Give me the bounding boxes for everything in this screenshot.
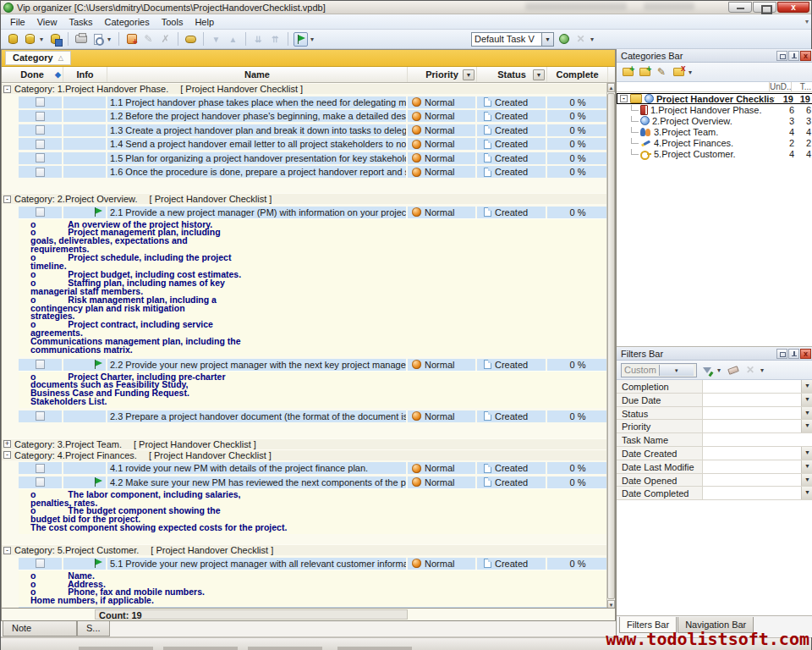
column-header-complete[interactable]: Complete: [547, 67, 608, 82]
dropdown-icon[interactable]: ▼: [801, 420, 812, 432]
new-category-icon[interactable]: [621, 66, 634, 79]
menu-file[interactable]: File: [4, 15, 31, 29]
filter-value-field[interactable]: [703, 447, 801, 460]
collapse-icon[interactable]: -: [3, 196, 11, 203]
close-panel-button[interactable]: x: [800, 51, 811, 61]
task-done-checkbox[interactable]: [36, 112, 45, 121]
menu-tasks[interactable]: Tasks: [63, 15, 98, 29]
clear-view-icon[interactable]: ✕: [573, 32, 588, 47]
new-task-icon[interactable]: [124, 32, 139, 47]
filter-value-field[interactable]: [703, 487, 801, 499]
category-group-row[interactable]: -Category: 2.Project Overview.[ Project …: [2, 193, 608, 204]
print-preview-icon[interactable]: [91, 32, 105, 47]
collapse-icon[interactable]: -: [3, 547, 11, 554]
clear-filter-icon[interactable]: [727, 364, 740, 377]
filter-value-field[interactable]: [703, 407, 801, 420]
filter-preset-combo[interactable]: Custom ▼: [621, 363, 697, 377]
category-tree-item[interactable]: 2.Project Overview.33: [617, 115, 812, 126]
filter-value-field[interactable]: [703, 394, 801, 406]
move-bottom-icon[interactable]: ⇊: [251, 32, 266, 47]
task-row[interactable]: 5.1 Provide your new project manager wit…: [19, 558, 608, 570]
task-done-checkbox[interactable]: [36, 464, 45, 473]
categories-toolbar-dropdown-icon[interactable]: ▾: [689, 69, 694, 76]
task-row[interactable]: 1.1 Project handover phase takes place w…: [19, 96, 608, 108]
task-row[interactable]: 1.6 Once the procedure is done, prepare …: [19, 166, 608, 178]
column-header-info[interactable]: Info: [63, 67, 107, 82]
scroll-up-icon[interactable]: ▲: [607, 83, 615, 92]
move-top-icon[interactable]: ⇈: [268, 32, 283, 47]
task-row[interactable]: 2.3 Prepare a project handover document …: [19, 410, 608, 422]
open-database-dropdown-icon[interactable]: ▾: [40, 36, 46, 43]
task-row[interactable]: 1.2 Before the project handover phase's …: [19, 110, 608, 122]
maximize-button[interactable]: [753, 2, 776, 13]
dropdown-icon[interactable]: ▼: [801, 487, 812, 499]
close-panel-button[interactable]: x: [800, 349, 811, 359]
task-done-checkbox[interactable]: [36, 207, 45, 217]
column-header-name[interactable]: Name: [107, 67, 408, 82]
column-header-done[interactable]: Done ◆: [2, 67, 63, 82]
category-group-row[interactable]: -Category: 1.Project Handover Phase.[ Pr…: [2, 83, 608, 94]
pin-panel-button[interactable]: [788, 349, 799, 359]
task-done-checkbox[interactable]: [36, 168, 45, 177]
float-panel-button[interactable]: [776, 51, 787, 61]
task-done-checkbox[interactable]: [36, 477, 45, 487]
category-tree-item[interactable]: 5.Project Customer.44: [617, 148, 812, 159]
collapse-icon[interactable]: -: [3, 85, 11, 93]
task-done-checkbox[interactable]: [36, 140, 45, 149]
new-database-icon[interactable]: [6, 32, 20, 47]
bottom-tab-other[interactable]: S...: [77, 621, 110, 636]
task-row[interactable]: 1.3 Create a project handover plan and b…: [19, 124, 608, 136]
column-header-priority[interactable]: Priority ▼: [408, 67, 477, 82]
edit-task-icon[interactable]: ✎: [141, 32, 156, 47]
expand-icon[interactable]: +: [3, 440, 11, 448]
scrollbar-thumb[interactable]: [607, 93, 615, 599]
float-panel-button[interactable]: [776, 349, 787, 359]
filter-value-field[interactable]: [703, 433, 812, 446]
close-button[interactable]: x: [777, 2, 809, 13]
status-filter-button[interactable]: ▼: [533, 69, 545, 80]
category-tree-item[interactable]: 4.Project Finances.22: [617, 137, 812, 148]
category-tree-item[interactable]: -Project Handover Checklist1919: [617, 93, 812, 104]
save-database-icon[interactable]: [48, 32, 63, 47]
delete-category-icon[interactable]: [672, 66, 685, 79]
filter-value-field[interactable]: [703, 474, 801, 487]
view-dropdown-icon[interactable]: ▾: [590, 36, 596, 43]
bottom-tab-note[interactable]: Note: [3, 621, 77, 636]
task-row[interactable]: 1.4 Send a project handover email letter…: [19, 138, 608, 150]
task-view-dropdown-icon[interactable]: ▼: [542, 32, 554, 47]
task-done-checkbox[interactable]: [36, 153, 45, 162]
collapse-icon[interactable]: -: [3, 451, 11, 459]
dropdown-icon[interactable]: ▼: [801, 380, 812, 393]
task-done-checkbox[interactable]: [36, 97, 45, 107]
apply-filter-icon[interactable]: [700, 364, 714, 377]
dropdown-icon[interactable]: ▼: [801, 460, 812, 473]
new-subcategory-icon[interactable]: [638, 66, 651, 79]
filter-value-field[interactable]: [703, 460, 801, 473]
watermark-link[interactable]: www.todolistsoft.com: [606, 629, 809, 649]
comment-icon[interactable]: [184, 32, 198, 47]
total-column-header[interactable]: T...: [791, 82, 812, 91]
delete-filter-icon[interactable]: ✕: [743, 364, 757, 377]
menu-view[interactable]: View: [31, 15, 63, 29]
move-up-icon[interactable]: ▲: [226, 32, 240, 47]
filters-toolbar-dropdown-icon[interactable]: ▾: [760, 366, 766, 374]
task-done-checkbox[interactable]: [36, 559, 45, 568]
dropdown-icon[interactable]: ▼: [801, 394, 812, 406]
task-row[interactable]: 1.5 Plan for organizing a project handov…: [19, 152, 608, 164]
menu-tools[interactable]: Tools: [156, 15, 189, 29]
menu-help[interactable]: Help: [189, 15, 220, 29]
flag-dropdown-icon[interactable]: ▾: [310, 36, 316, 43]
column-header-status[interactable]: Status ▼: [477, 67, 547, 82]
pin-panel-button[interactable]: [788, 51, 799, 61]
category-tree-item[interactable]: 3.Project Team.44: [617, 126, 812, 137]
menu-overflow-icon[interactable]: ▾: [805, 18, 809, 25]
menu-categories[interactable]: Categories: [99, 15, 156, 29]
delete-task-icon[interactable]: ✗: [158, 32, 173, 47]
task-done-checkbox[interactable]: [36, 360, 45, 369]
move-down-icon[interactable]: ▼: [209, 32, 223, 47]
grid-vertical-scrollbar[interactable]: ▲ ▼: [606, 83, 615, 609]
filter-value-field[interactable]: [703, 420, 801, 432]
filter-preset-dropdown-icon[interactable]: ▼: [659, 365, 694, 376]
category-tree-item[interactable]: 1.Project Handover Phase.66: [617, 104, 812, 115]
undone-column-header[interactable]: UnD...: [769, 82, 791, 91]
